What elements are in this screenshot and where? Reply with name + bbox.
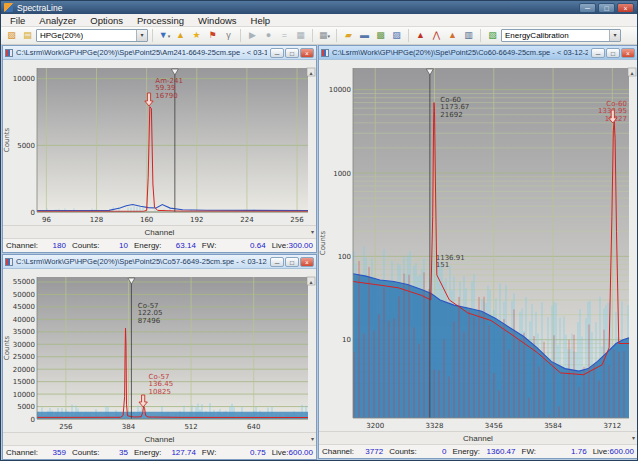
window-maximize-button[interactable]: □	[285, 48, 299, 58]
window-minimize-button[interactable]: ─	[270, 48, 284, 58]
detector-db-icon[interactable]: ▤	[20, 29, 35, 42]
status-fw-label: FW:	[202, 448, 217, 457]
svg-text:87496: 87496	[138, 317, 161, 325]
save-spectrum-icon[interactable]: ▬	[357, 29, 372, 42]
menu-processing[interactable]: Processing	[130, 15, 191, 26]
dropdown-arrow-icon[interactable]: ▾	[311, 228, 314, 235]
toolbar-separator	[312, 29, 313, 42]
gamma-lines-icon[interactable]: γ	[221, 29, 236, 42]
svg-text:0: 0	[31, 209, 35, 217]
svg-text:192: 192	[190, 216, 203, 224]
menu-windows[interactable]: Windows	[191, 15, 244, 26]
app-minimize-button[interactable]: ─	[579, 3, 596, 13]
window-title: C:\Lsrm\Work\GP\HPGe(20%)\Spe\Point25\Am…	[16, 48, 267, 57]
calibration-icon[interactable]: ▧	[485, 29, 500, 42]
window-maximize-button[interactable]: □	[606, 48, 620, 58]
menu-analyzer[interactable]: Analyzer	[32, 15, 83, 26]
svg-text:256: 256	[59, 423, 73, 431]
pause-acquisition-icon[interactable]: =	[277, 29, 292, 42]
status-energy-label: Energy:	[452, 447, 480, 456]
start-acquisition-icon[interactable]: ▶	[245, 29, 260, 42]
status-live-value: 300.00	[289, 241, 313, 250]
window-close-button[interactable]: ×	[300, 48, 314, 58]
svg-text:10000: 10000	[13, 391, 35, 399]
app-icon	[4, 3, 13, 12]
status-fw-label: FW:	[202, 241, 217, 250]
xaxis-units-combo[interactable]: Channel ▾	[319, 431, 637, 444]
svg-text:5000: 5000	[17, 142, 35, 150]
calibration-combo[interactable]: EnergyCalibration▾	[501, 29, 621, 42]
xaxis-units-value: Channel	[463, 434, 493, 443]
stop-acquisition-icon[interactable]: ▦	[293, 29, 308, 42]
svg-text:0: 0	[31, 416, 35, 424]
svg-text:40000: 40000	[13, 316, 35, 324]
svg-text:50000: 50000	[13, 291, 35, 299]
dropdown-arrow-icon[interactable]: ▾	[311, 435, 314, 442]
save-spectrum-image-icon[interactable]: ▨	[389, 29, 404, 42]
window-close-button[interactable]: ×	[621, 48, 635, 58]
status-fw-value: 0.75	[216, 448, 265, 457]
svg-text:55000: 55000	[13, 278, 35, 286]
detector-combo[interactable]: HPGe(20%)▾	[36, 29, 148, 42]
status-energy-value: 1360.47	[480, 447, 516, 456]
svg-text:16790: 16790	[155, 92, 177, 100]
efficiency-funnel-icon[interactable]: ▼▾	[157, 29, 172, 42]
toolbar: ▧▤HPGe(20%)▾▼▾▲★⚑γ▶●=▦▦▾▰▬▩▨▲⋀▲▥▧EnergyC…	[1, 27, 637, 45]
record-acquisition-icon[interactable]: ●	[261, 29, 276, 42]
svg-text:3456: 3456	[485, 422, 503, 430]
status-energy-label: Energy:	[134, 241, 162, 250]
window-statusbar: Channel:3772 Counts:0 Energy:1360.47 FW:…	[319, 444, 637, 458]
spectra-manager-icon[interactable]: ▧	[4, 29, 19, 42]
svg-text:▴: ▴	[630, 69, 633, 76]
svg-text:224: 224	[240, 216, 254, 224]
star-marker-icon[interactable]: ★	[189, 29, 204, 42]
window-titlebar[interactable]: C:\Lsrm\Work\GP\HPGe(20%)\Spe\Point25\Am…	[3, 46, 316, 60]
window-minimize-button[interactable]: ─	[270, 257, 284, 267]
toolbar-separator	[408, 29, 409, 42]
svg-text:Counts: Counts	[319, 230, 327, 255]
dropdown-arrow-icon[interactable]: ▾	[136, 30, 147, 41]
status-fw-value: 1.76	[536, 447, 587, 456]
xaxis-units-combo[interactable]: Channel ▾	[3, 225, 316, 238]
menu-options[interactable]: Options	[83, 15, 130, 26]
dropdown-arrow-icon[interactable]: ▾	[632, 434, 635, 441]
app-maximize-button[interactable]: □	[598, 3, 615, 13]
status-live-value: 600.00	[610, 447, 634, 456]
window-maximize-button[interactable]: □	[285, 257, 299, 267]
svg-text:160: 160	[140, 216, 153, 224]
spectrum-plot-co57[interactable]: 0500010000150002000025000300003500040000…	[3, 269, 316, 432]
svg-text:Counts: Counts	[3, 335, 11, 360]
activity-calc-icon[interactable]: ▲	[445, 29, 460, 42]
svg-text:3328: 3328	[426, 422, 444, 430]
svg-text:128: 128	[90, 216, 103, 224]
window-titlebar[interactable]: C:\Lsrm\Work\GP\HPGe(20%)\Spe\Point25\Co…	[319, 46, 637, 60]
copy-spectrum-image-icon[interactable]: ▩	[373, 29, 388, 42]
toolbar-separator	[152, 29, 153, 42]
toolbar-separator	[336, 29, 337, 42]
spectrum-plot-co60[interactable]: 1010010001000032003328345635843712Counts…	[319, 60, 637, 431]
view-grid-icon[interactable]: ▦▾	[317, 29, 332, 42]
spectrum-monitor-icon[interactable]: ▥	[461, 29, 476, 42]
menu-file[interactable]: File	[3, 15, 32, 26]
svg-text:10: 10	[342, 336, 351, 344]
xaxis-units-combo[interactable]: Channel ▾	[3, 432, 316, 445]
window-close-button[interactable]: ×	[300, 257, 314, 267]
svg-text:21692: 21692	[440, 111, 462, 119]
flag-marker-icon[interactable]: ⚑	[205, 29, 220, 42]
peak-analysis-icon[interactable]: ▲	[413, 29, 428, 42]
svg-text:25000: 25000	[13, 353, 35, 361]
spectrum-plot-am241[interactable]: 050001000096128160192224256CountsAm-2415…	[3, 60, 316, 225]
window-statusbar: Channel:180 Counts:10 Energy:63.14 FW:0.…	[3, 238, 316, 252]
window-minimize-button[interactable]: ─	[591, 48, 605, 58]
dropdown-arrow-icon[interactable]: ▾	[609, 30, 620, 41]
menu-help[interactable]: Help	[244, 15, 278, 26]
multiplet-analysis-icon[interactable]: ⋀	[429, 29, 444, 42]
app-close-button[interactable]: ×	[617, 3, 634, 13]
spectrum-window-co57: C:\Lsrm\Work\GP\HPGe(20%)\Spe\Point25\Co…	[2, 254, 317, 460]
status-live-value: 600.00	[289, 448, 313, 457]
svg-text:20000: 20000	[13, 366, 35, 374]
window-titlebar[interactable]: C:\Lsrm\Work\GP\HPGe(20%)\Spe\Point25\Co…	[3, 255, 316, 269]
peak-marker-icon[interactable]: ▲	[173, 29, 188, 42]
svg-text:15000: 15000	[13, 378, 35, 386]
open-spectrum-icon[interactable]: ▰	[341, 29, 356, 42]
